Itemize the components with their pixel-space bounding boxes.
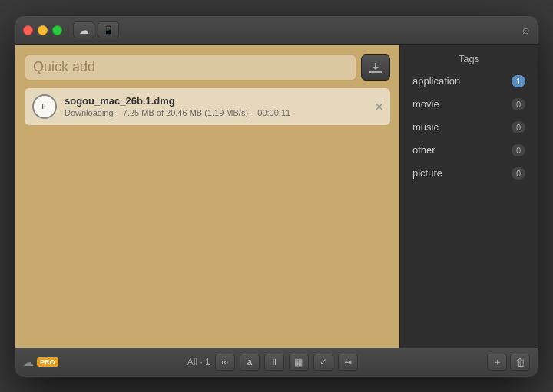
- minimize-button[interactable]: [38, 25, 48, 35]
- item-status: Downloading – 7.25 MB of 20.46 MB (1.19 …: [65, 108, 382, 117]
- tag-name-movie: movie: [412, 98, 439, 110]
- pause-icon: ⏸: [40, 102, 49, 110]
- titlebar: ☁ 📱 ⌕: [15, 16, 538, 45]
- tag-name-music: music: [412, 121, 439, 133]
- add-download-button[interactable]: [361, 54, 390, 81]
- left-panel: ⏸ sogou_mac_26b.1.dmg Downloading – 7.25…: [15, 45, 399, 348]
- pause-all-button[interactable]: ⏸: [264, 354, 284, 371]
- tag-count-movie: 0: [512, 98, 525, 110]
- trash-button[interactable]: 🗑: [510, 354, 530, 371]
- main-window: ☁ 📱 ⌕ ⏸: [15, 16, 538, 377]
- tags-panel: Tags application 1 movie 0 music 0 other…: [399, 45, 538, 348]
- download-item: ⏸ sogou_mac_26b.1.dmg Downloading – 7.25…: [25, 88, 390, 125]
- close-item-button[interactable]: ✕: [374, 99, 384, 114]
- tag-name-other: other: [412, 144, 435, 156]
- cloud-download-icon: [369, 61, 382, 74]
- tag-name-application: application: [412, 75, 460, 87]
- calendar-button[interactable]: ▦: [289, 354, 309, 371]
- quick-add-input[interactable]: [25, 54, 356, 81]
- pro-badge-container: ☁ PRO: [23, 356, 58, 368]
- pause-button[interactable]: ⏸: [32, 94, 57, 119]
- tag-movie[interactable]: movie 0: [408, 95, 530, 114]
- cloud-icon: ☁: [23, 356, 34, 368]
- main-content: ⏸ sogou_mac_26b.1.dmg Downloading – 7.25…: [15, 45, 538, 348]
- tag-count-other: 0: [512, 144, 525, 156]
- summary-text: All · 1: [187, 357, 210, 367]
- quick-add-bar: [25, 54, 390, 81]
- tag-name-picture: picture: [412, 167, 442, 179]
- alpha-button[interactable]: a: [240, 354, 260, 371]
- export-button[interactable]: ⇥: [338, 354, 358, 371]
- bottom-bar: ☁ PRO All · 1 ∞ a ⏸ ▦ ✓ ⇥ ＋ 🗑: [15, 348, 538, 377]
- maximize-button[interactable]: [52, 25, 62, 35]
- bottom-right-actions: ＋ 🗑: [487, 354, 530, 371]
- infinity-button[interactable]: ∞: [215, 354, 235, 371]
- tag-music[interactable]: music 0: [408, 118, 530, 137]
- tag-count-music: 0: [512, 121, 525, 133]
- tag-other[interactable]: other 0: [408, 141, 530, 160]
- pro-badge: PRO: [37, 357, 58, 367]
- close-button[interactable]: [23, 25, 33, 35]
- titlebar-icons: ☁ 📱: [73, 21, 119, 38]
- item-info: sogou_mac_26b.1.dmg Downloading – 7.25 M…: [65, 95, 382, 117]
- check-button[interactable]: ✓: [313, 354, 333, 371]
- tag-count-application: 1: [512, 75, 525, 87]
- bottom-center: All · 1 ∞ a ⏸ ▦ ✓ ⇥: [63, 354, 482, 371]
- tags-title: Tags: [408, 53, 530, 64]
- tag-application[interactable]: application 1: [408, 72, 530, 91]
- tag-picture[interactable]: picture 0: [408, 164, 530, 183]
- cloud-upload-icon[interactable]: ☁: [73, 21, 94, 38]
- search-icon[interactable]: ⌕: [522, 23, 530, 37]
- item-filename: sogou_mac_26b.1.dmg: [65, 95, 382, 107]
- add-button[interactable]: ＋: [487, 354, 507, 371]
- phone-icon[interactable]: 📱: [98, 21, 119, 38]
- tag-count-picture: 0: [512, 167, 525, 180]
